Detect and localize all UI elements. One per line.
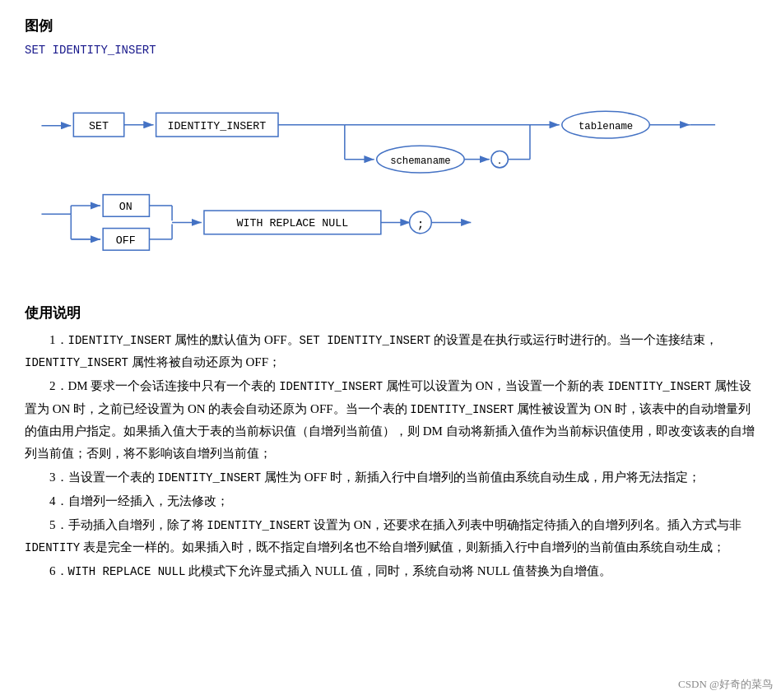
code-6a: WITH REPLACE NULL bbox=[68, 565, 186, 578]
svg-text:SET: SET bbox=[89, 120, 109, 132]
watermark: CSDN @好奇的菜鸟 bbox=[678, 677, 773, 692]
code-5b: IDENTITY bbox=[25, 541, 80, 554]
svg-text:ON: ON bbox=[119, 201, 132, 213]
code-2b: IDENTITY_INSERT bbox=[607, 380, 711, 393]
code-3a: IDENTITY_INSERT bbox=[157, 471, 261, 484]
svg-text:WITH REPLACE NULL: WITH REPLACE NULL bbox=[237, 218, 349, 230]
usage-item-3: 3．当设置一个表的 IDENTITY_INSERT 属性为 OFF 时，新插入行… bbox=[25, 466, 756, 489]
svg-text:;: ; bbox=[417, 218, 425, 231]
code-1b: SET IDENTITY_INSERT bbox=[300, 334, 431, 347]
code-1a: IDENTITY_INSERT bbox=[68, 334, 172, 347]
code-2c: IDENTITY_INSERT bbox=[410, 403, 514, 416]
code-2a: IDENTITY_INSERT bbox=[279, 380, 383, 393]
usage-item-6: 6．WITH REPLACE NULL 此模式下允许显式插入 NULL 值，同时… bbox=[25, 560, 756, 582]
usage-text: 1．IDENTITY_INSERT 属性的默认值为 OFF。SET IDENTI… bbox=[25, 329, 756, 583]
svg-text:tablename: tablename bbox=[579, 121, 633, 132]
usage-title: 使用说明 bbox=[25, 304, 756, 322]
svg-text:OFF: OFF bbox=[116, 234, 136, 247]
usage-item-2: 2．DM 要求一个会话连接中只有一个表的 IDENTITY_INSERT 属性可… bbox=[25, 375, 756, 464]
usage-section: 使用说明 1．IDENTITY_INSERT 属性的默认值为 OFF。SET I… bbox=[25, 304, 756, 583]
diagram-svg: SET IDENTITY_INSERT schemaname . bbox=[25, 65, 749, 279]
svg-text:.: . bbox=[498, 153, 501, 166]
usage-item-1: 1．IDENTITY_INSERT 属性的默认值为 OFF。SET IDENTI… bbox=[25, 329, 756, 373]
svg-text:IDENTITY_INSERT: IDENTITY_INSERT bbox=[167, 120, 266, 132]
diagram-label: SET IDENTITY_INSERT bbox=[25, 44, 756, 57]
legend-title: 图例 bbox=[25, 16, 756, 35]
code-1c: IDENTITY_INSERT bbox=[25, 356, 128, 369]
legend-section: 图例 SET IDENTITY_INSERT SET bbox=[25, 16, 756, 279]
diagram-area: SET IDENTITY_INSERT schemaname . bbox=[25, 65, 749, 279]
usage-item-5: 5．手动插入自增列，除了将 IDENTITY_INSERT 设置为 ON，还要求… bbox=[25, 514, 756, 559]
code-5a: IDENTITY_INSERT bbox=[207, 519, 310, 532]
svg-text:schemaname: schemaname bbox=[390, 155, 451, 167]
usage-item-4: 4．自增列一经插入，无法修改； bbox=[25, 490, 756, 512]
